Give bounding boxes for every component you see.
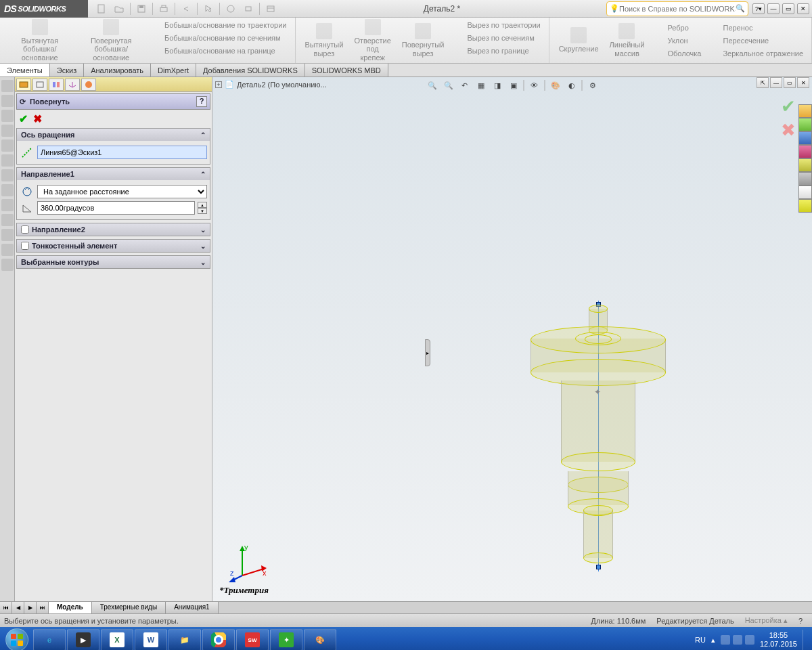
direction-type-select[interactable]: На заданное расстояние xyxy=(37,185,207,198)
hide-show-icon[interactable]: 👁 xyxy=(527,79,542,92)
zoom-area-icon[interactable]: 🔍 xyxy=(441,79,456,92)
pm-tab-display-icon[interactable] xyxy=(49,79,64,91)
tab-scroll-prev[interactable]: ◀ xyxy=(12,602,24,613)
search-icon[interactable]: 🔍 xyxy=(736,4,745,13)
rail-icon[interactable] xyxy=(1,199,14,211)
fillet-button[interactable]: Скругление xyxy=(554,20,604,61)
taskbar-media-icon[interactable]: ▶ xyxy=(67,629,99,650)
rail-icon[interactable] xyxy=(1,110,14,122)
spin-down[interactable]: ▼ xyxy=(198,208,207,214)
pm-thin-header[interactable]: Тонкостенный элемент⌄ xyxy=(17,240,210,252)
help-search-input[interactable] xyxy=(619,5,736,13)
taskbar-solidworks-icon[interactable]: SW xyxy=(236,629,269,650)
rail-icon[interactable] xyxy=(1,184,14,196)
rail-icon[interactable] xyxy=(1,95,14,107)
spin-up[interactable]: ▲ xyxy=(198,202,207,208)
status-help-icon[interactable]: ? xyxy=(798,617,803,625)
tab-scroll-next[interactable]: ▶ xyxy=(24,602,37,613)
rail-icon[interactable] xyxy=(1,139,14,152)
new-doc-icon[interactable] xyxy=(95,2,108,16)
rail-icon[interactable] xyxy=(1,125,14,137)
mirror-button[interactable]: Зеркальное отражение xyxy=(708,47,805,60)
panel-expand-handle[interactable]: ▸ xyxy=(425,339,430,366)
hole-wizard-button[interactable]: Отверстие под крепеж xyxy=(348,18,396,62)
view-orientation-icon[interactable]: ◨ xyxy=(490,79,505,92)
tab-dimxpert[interactable]: DimXpert xyxy=(151,64,196,77)
maximize-button[interactable]: ▭ xyxy=(782,3,794,14)
rail-icon[interactable] xyxy=(1,154,14,167)
taskbar-explorer-icon[interactable]: 📁 xyxy=(168,629,201,650)
start-button[interactable] xyxy=(1,628,32,650)
extrude-boss-button[interactable]: Вытянутая бобышка/основание xyxy=(4,18,75,62)
expand-tree-icon[interactable]: + xyxy=(215,81,222,88)
open-doc-icon[interactable] xyxy=(112,2,126,16)
pm-tab-feature-icon[interactable] xyxy=(16,79,31,91)
bottom-tab-animation[interactable]: Анимация1 xyxy=(166,602,219,613)
revolve-boss-button[interactable]: Повернутая бобышка/основание xyxy=(75,18,146,62)
dir2-checkbox[interactable] xyxy=(21,225,29,234)
settings-icon[interactable] xyxy=(264,2,277,16)
help-dropdown-button[interactable]: ?▾ xyxy=(752,3,765,14)
undo-icon[interactable] xyxy=(179,2,193,16)
viewport-cancel-button[interactable]: ✖ xyxy=(781,120,796,141)
loft-boss-button[interactable]: Бобышка/основание по сечениям xyxy=(150,32,288,44)
taskpane-custom-props-icon[interactable] xyxy=(798,172,812,186)
tab-features[interactable]: Элементы xyxy=(0,64,50,77)
close-button[interactable]: ✕ xyxy=(797,3,809,14)
tray-language[interactable]: RU xyxy=(695,636,706,644)
zoom-fit-icon[interactable]: 🔍 xyxy=(425,79,440,92)
viewport[interactable]: + 📄 Деталь2 (По умолчанию... 🔍 🔍 ↶ ▦ ◨ ▣… xyxy=(212,77,812,601)
save-icon[interactable] xyxy=(135,2,148,16)
view-triad[interactable]: y x z xyxy=(229,542,269,582)
status-customize[interactable]: Настройка ▴ xyxy=(745,616,788,625)
pm-tab-appearance-icon[interactable] xyxy=(81,79,96,91)
pm-help-button[interactable]: ? xyxy=(196,96,207,107)
tab-scroll-first[interactable]: ⏮ xyxy=(0,602,12,613)
boundary-boss-button[interactable]: Бобышка/основание на границе xyxy=(150,45,288,57)
extrude-cut-button[interactable]: Вытянутый вырез xyxy=(300,18,349,62)
view-settings-icon[interactable]: ⚙ xyxy=(585,79,600,92)
vp-minimize-button[interactable]: — xyxy=(770,77,782,88)
tab-analyze[interactable]: Анализировать xyxy=(84,64,151,77)
swept-cut-button[interactable]: Вырез по траектории xyxy=(452,19,541,31)
pm-axis-header[interactable]: Ось вращения⌃ xyxy=(17,129,210,141)
pm-cancel-button[interactable]: ✖ xyxy=(33,112,42,125)
move-button[interactable]: Перенос xyxy=(708,22,805,34)
edit-appearance-icon[interactable]: 🎨 xyxy=(548,79,563,92)
tab-addins[interactable]: Добавления SOLIDWORKS xyxy=(196,64,305,77)
tab-scroll-last[interactable]: ⏭ xyxy=(37,602,49,613)
taskbar-paint-icon[interactable]: 🎨 xyxy=(304,629,336,650)
print-icon[interactable] xyxy=(157,2,171,16)
vp-close-button[interactable]: ✕ xyxy=(797,77,809,88)
taskpane-forum-icon[interactable] xyxy=(798,186,812,199)
vp-maximize-button[interactable]: ▭ xyxy=(784,77,796,88)
taskpane-design-library-icon[interactable] xyxy=(798,118,812,131)
axis-input[interactable] xyxy=(37,146,207,159)
tray-volume-icon[interactable] xyxy=(745,635,754,645)
rail-icon[interactable] xyxy=(1,80,14,92)
loft-cut-button[interactable]: Вырез по сечениям xyxy=(452,32,541,44)
rebuild-icon[interactable] xyxy=(224,2,238,16)
vp-link-icon[interactable]: ⇱ xyxy=(757,77,769,88)
rail-icon[interactable] xyxy=(1,229,14,241)
shell-button[interactable]: Оболочка xyxy=(652,47,702,60)
minimize-button[interactable]: — xyxy=(767,3,780,14)
tray-flag-icon[interactable] xyxy=(721,635,730,645)
angle-input[interactable] xyxy=(37,201,195,215)
tab-sketch[interactable]: Эскиз xyxy=(50,64,84,77)
tab-mbd[interactable]: SOLIDWORKS MBD xyxy=(305,64,388,77)
taskpane-extra-icon[interactable] xyxy=(798,199,812,213)
show-desktop-button[interactable] xyxy=(803,630,808,650)
apply-scene-icon[interactable]: ◐ xyxy=(564,79,579,92)
pm-dir1-header[interactable]: Направление1⌃ xyxy=(17,168,210,180)
bottom-tab-3dviews[interactable]: Трехмерные виды xyxy=(92,602,166,613)
rail-icon[interactable] xyxy=(1,169,14,181)
taskpane-appearances-icon[interactable] xyxy=(798,158,812,172)
tray-show-hidden-icon[interactable]: ▴ xyxy=(711,636,715,645)
taskbar-chrome-icon[interactable] xyxy=(202,629,235,650)
taskbar-word-icon[interactable]: W xyxy=(135,629,167,650)
taskpane-view-palette-icon[interactable] xyxy=(798,145,812,158)
tray-clock[interactable]: 18:55 12.07.2015 xyxy=(760,631,797,649)
rail-icon[interactable] xyxy=(1,214,14,226)
taskbar-corel-icon[interactable]: ✦ xyxy=(270,629,302,650)
